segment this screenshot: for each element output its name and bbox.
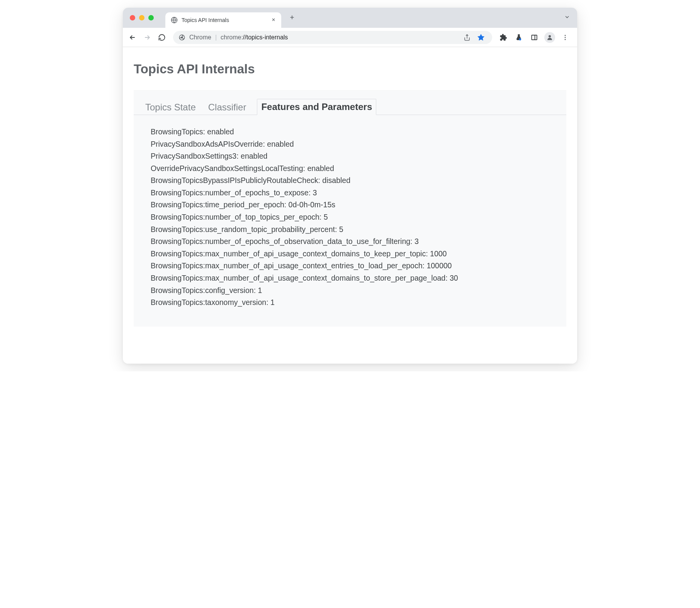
features-list: BrowsingTopics: enabled PrivacySandboxAd… <box>134 115 566 327</box>
feature-row: BrowsingTopics:number_of_top_topics_per_… <box>151 211 549 224</box>
bookmark-button[interactable] <box>475 32 487 43</box>
omnibox-separator: | <box>215 34 217 41</box>
page-title: Topics API Internals <box>134 62 566 76</box>
tab-classifier[interactable]: Classifier <box>207 100 248 115</box>
traffic-lights <box>127 15 158 20</box>
browser-tab[interactable]: Topics API Internals <box>165 12 281 28</box>
svg-point-7 <box>565 37 566 38</box>
address-bar[interactable]: Chrome | chrome://topics-internals <box>173 31 492 44</box>
feature-row: BrowsingTopics:time_period_per_epoch: 0d… <box>151 199 549 211</box>
feature-row: BrowsingTopics:number_of_epochs_of_obser… <box>151 235 549 248</box>
svg-point-8 <box>565 39 566 40</box>
back-button[interactable] <box>126 31 139 44</box>
svg-point-3 <box>519 38 521 40</box>
feature-row: PrivacySandboxAdsAPIsOverride: enabled <box>151 138 549 151</box>
feature-row: BrowsingTopics:taxonomy_version: 1 <box>151 296 549 309</box>
feature-row: OverridePrivacySandboxSettingsLocalTesti… <box>151 163 549 175</box>
forward-button[interactable] <box>141 31 154 44</box>
feature-row: BrowsingTopics:config_version: 1 <box>151 285 549 297</box>
tab-title: Topics API Internals <box>182 17 267 23</box>
feature-row: BrowsingTopics:number_of_epochs_to_expos… <box>151 187 549 199</box>
content-panel: Topics State Classifier Features and Par… <box>134 90 566 327</box>
window-close-button[interactable] <box>130 15 135 20</box>
svg-point-6 <box>565 35 566 36</box>
svg-rect-4 <box>532 35 537 40</box>
feature-row: BrowsingTopics:use_random_topic_probabil… <box>151 224 549 236</box>
close-tab-button[interactable] <box>271 17 276 24</box>
tab-topics-state[interactable]: Topics State <box>144 100 197 115</box>
window-maximize-button[interactable] <box>148 15 154 20</box>
tab-search-chevron-icon[interactable] <box>564 14 570 22</box>
feature-row: BrowsingTopics:max_number_of_api_usage_c… <box>151 272 549 285</box>
feature-row: BrowsingTopicsBypassIPIsPubliclyRoutable… <box>151 174 549 187</box>
feature-row: BrowsingTopics:max_number_of_api_usage_c… <box>151 248 549 260</box>
tab-features-parameters[interactable]: Features and Parameters <box>257 99 376 115</box>
browser-tab-bar: Topics API Internals <box>123 8 577 28</box>
svg-point-2 <box>181 36 183 38</box>
feature-row: PrivacySandboxSettings3: enabled <box>151 150 549 163</box>
window-minimize-button[interactable] <box>139 15 144 20</box>
content-tabs: Topics State Classifier Features and Par… <box>134 91 566 115</box>
extensions-button[interactable] <box>497 31 510 44</box>
labs-button[interactable] <box>512 31 525 44</box>
profile-button[interactable] <box>543 31 556 44</box>
feature-row: BrowsingTopics: enabled <box>151 126 549 138</box>
share-button[interactable] <box>461 32 473 43</box>
side-panel-button[interactable] <box>528 31 541 44</box>
browser-toolbar: Chrome | chrome://topics-internals <box>123 28 577 47</box>
new-tab-button[interactable] <box>287 13 297 23</box>
page-content: Topics API Internals Topics State Classi… <box>123 47 577 364</box>
chrome-icon <box>178 34 185 41</box>
globe-icon <box>171 17 178 24</box>
svg-point-5 <box>549 35 551 37</box>
feature-row: BrowsingTopics:max_number_of_api_usage_c… <box>151 260 549 272</box>
reload-button[interactable] <box>155 31 168 44</box>
chrome-menu-button[interactable] <box>559 31 572 44</box>
omnibox-prefix: Chrome <box>189 34 211 41</box>
browser-window: Topics API Internals Chrome | <box>123 8 577 364</box>
omnibox-url: chrome://topics-internals <box>221 34 288 41</box>
